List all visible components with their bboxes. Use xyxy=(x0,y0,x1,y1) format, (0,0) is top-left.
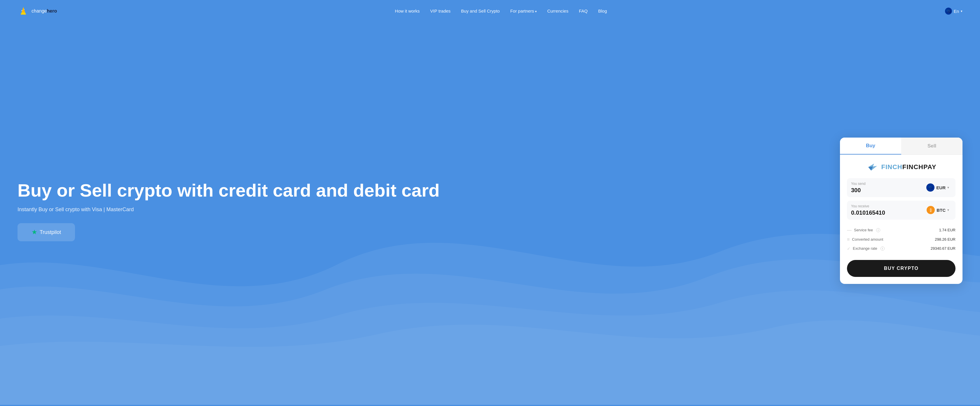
you-send-group: You send 🇪🇺 EUR ▾ xyxy=(847,178,956,197)
tab-sell[interactable]: Sell xyxy=(901,137,963,155)
logo[interactable]: changehero xyxy=(18,5,57,17)
nav-currencies[interactable]: Currencies xyxy=(547,8,569,13)
exchange-rate-label: Exchange rate xyxy=(853,246,877,251)
service-fee-label: Service fee xyxy=(854,228,873,232)
hero-section: Buy or Sell crypto with credit card and … xyxy=(0,22,980,405)
nav-blog[interactable]: Blog xyxy=(598,8,607,13)
nav-buy-sell-crypto[interactable]: Buy and Sell Crypto xyxy=(461,8,500,13)
send-currency-code: EUR xyxy=(936,185,946,190)
finchpay-logo: FINCHFINCHPAY xyxy=(840,155,963,178)
flag-icon: 🇪🇺 xyxy=(945,8,952,14)
converted-amount-value: 298.26 EUR xyxy=(935,237,956,241)
exchange-rate-row: ✓ Exchange rate i 29340.67 EUR xyxy=(847,244,956,253)
exchange-rate-info-icon[interactable]: i xyxy=(880,246,885,251)
language-selector[interactable]: 🇪🇺 En ▾ xyxy=(945,8,963,14)
svg-point-5 xyxy=(24,9,24,10)
lang-chevron-icon: ▾ xyxy=(961,10,963,13)
you-receive-label: You receive xyxy=(851,204,924,208)
converted-amount-icon: ≡ xyxy=(847,237,850,242)
card-tabs: Buy Sell xyxy=(840,137,963,155)
converted-amount-row: ≡ Converted amount 298.26 EUR xyxy=(847,235,956,244)
buy-sell-card: Buy Sell FINCHFINCHPAY You send xyxy=(840,137,963,284)
nav-vip-trades[interactable]: VIP trades xyxy=(430,8,451,13)
service-fee-icon: — xyxy=(847,227,852,233)
send-currency-chevron-icon: ▾ xyxy=(947,185,949,190)
lang-label: En xyxy=(954,9,959,14)
finchpay-bird-icon xyxy=(866,161,879,174)
exchange-rate-icon: ✓ xyxy=(847,246,850,251)
fee-rows: — Service fee i 1.74 EUR ≡ Converted amo… xyxy=(840,223,963,255)
logo-icon xyxy=(18,5,29,17)
exchange-rate-value: 29340.67 EUR xyxy=(931,246,956,251)
send-currency-selector[interactable]: 🇪🇺 EUR ▾ xyxy=(924,182,951,193)
logo-text: changehero xyxy=(32,8,57,14)
btc-flag-icon: ₿ xyxy=(927,206,935,214)
trustpilot-star-icon: ★ xyxy=(32,229,37,236)
nav-how-it-works[interactable]: How it works xyxy=(395,8,420,13)
receive-currency-chevron-icon: ▾ xyxy=(947,208,949,212)
nav-for-partners[interactable]: For partners xyxy=(510,8,537,13)
trustpilot-label: Trustpilot xyxy=(40,229,61,235)
finchpay-text: FINCHFINCHPAY xyxy=(881,163,936,171)
service-fee-value: 1.74 EUR xyxy=(939,228,956,232)
service-fee-info-icon[interactable]: i xyxy=(876,228,880,232)
nav-faq[interactable]: FAQ xyxy=(579,8,588,13)
hero-subtitle: Instantly Buy or Sell crypto with Visa |… xyxy=(18,206,537,213)
receive-currency-selector[interactable]: ₿ BTC ▾ xyxy=(924,205,951,215)
service-fee-row: — Service fee i 1.74 EUR xyxy=(847,225,956,235)
svg-point-4 xyxy=(22,10,22,11)
you-send-input[interactable] xyxy=(851,187,924,193)
svg-rect-3 xyxy=(21,13,26,14)
hero-content: Buy or Sell crypto with credit card and … xyxy=(18,180,537,241)
buy-crypto-button[interactable]: BUY CRYPTO xyxy=(847,260,956,277)
converted-amount-label: Converted amount xyxy=(852,237,883,241)
you-receive-input[interactable] xyxy=(851,209,924,216)
hero-title: Buy or Sell crypto with credit card and … xyxy=(18,180,537,201)
eur-flag-icon: 🇪🇺 xyxy=(926,184,934,192)
you-receive-group: You receive ₿ BTC ▾ xyxy=(847,201,956,220)
card-container: Buy Sell FINCHFINCHPAY You send xyxy=(840,137,963,284)
tab-buy[interactable]: Buy xyxy=(840,137,901,155)
nav-links: How it works VIP trades Buy and Sell Cry… xyxy=(395,8,607,14)
navbar: changehero How it works VIP trades Buy a… xyxy=(0,0,980,22)
receive-currency-code: BTC xyxy=(937,208,946,213)
you-send-label: You send xyxy=(851,182,924,186)
trustpilot-widget[interactable]: ★ Trustpilot xyxy=(18,223,75,241)
